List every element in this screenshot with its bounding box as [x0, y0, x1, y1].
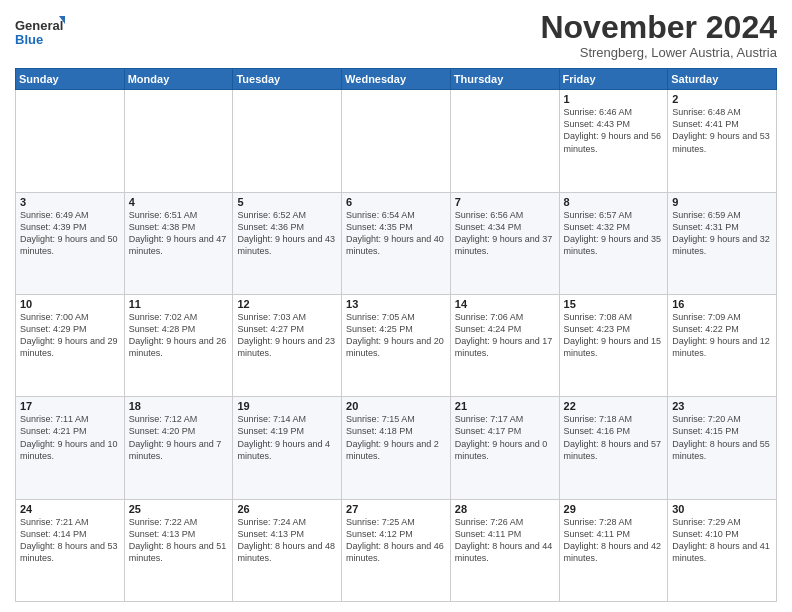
day-info: Sunrise: 7:02 AM Sunset: 4:28 PM Dayligh…	[129, 311, 229, 360]
calendar-cell	[342, 90, 451, 192]
day-info: Sunrise: 6:57 AM Sunset: 4:32 PM Dayligh…	[564, 209, 664, 258]
calendar-cell: 11Sunrise: 7:02 AM Sunset: 4:28 PM Dayli…	[124, 294, 233, 396]
calendar-cell: 24Sunrise: 7:21 AM Sunset: 4:14 PM Dayli…	[16, 499, 125, 601]
day-number: 21	[455, 400, 555, 412]
calendar-cell: 9Sunrise: 6:59 AM Sunset: 4:31 PM Daylig…	[668, 192, 777, 294]
day-info: Sunrise: 7:26 AM Sunset: 4:11 PM Dayligh…	[455, 516, 555, 565]
header-day: Wednesday	[342, 69, 451, 90]
calendar-cell: 10Sunrise: 7:00 AM Sunset: 4:29 PM Dayli…	[16, 294, 125, 396]
week-row: 3Sunrise: 6:49 AM Sunset: 4:39 PM Daylig…	[16, 192, 777, 294]
calendar-cell: 4Sunrise: 6:51 AM Sunset: 4:38 PM Daylig…	[124, 192, 233, 294]
day-number: 19	[237, 400, 337, 412]
title-block: November 2024 Strengberg, Lower Austria,…	[540, 10, 777, 60]
day-number: 22	[564, 400, 664, 412]
calendar-cell: 26Sunrise: 7:24 AM Sunset: 4:13 PM Dayli…	[233, 499, 342, 601]
day-info: Sunrise: 7:00 AM Sunset: 4:29 PM Dayligh…	[20, 311, 120, 360]
calendar-cell: 21Sunrise: 7:17 AM Sunset: 4:17 PM Dayli…	[450, 397, 559, 499]
day-info: Sunrise: 7:25 AM Sunset: 4:12 PM Dayligh…	[346, 516, 446, 565]
calendar-cell: 27Sunrise: 7:25 AM Sunset: 4:12 PM Dayli…	[342, 499, 451, 601]
day-info: Sunrise: 6:59 AM Sunset: 4:31 PM Dayligh…	[672, 209, 772, 258]
calendar-cell: 2Sunrise: 6:48 AM Sunset: 4:41 PM Daylig…	[668, 90, 777, 192]
day-number: 26	[237, 503, 337, 515]
header: General Blue November 2024 Strengberg, L…	[15, 10, 777, 60]
calendar-cell	[124, 90, 233, 192]
header-row: SundayMondayTuesdayWednesdayThursdayFrid…	[16, 69, 777, 90]
calendar-cell: 18Sunrise: 7:12 AM Sunset: 4:20 PM Dayli…	[124, 397, 233, 499]
calendar-cell: 17Sunrise: 7:11 AM Sunset: 4:21 PM Dayli…	[16, 397, 125, 499]
calendar-cell: 8Sunrise: 6:57 AM Sunset: 4:32 PM Daylig…	[559, 192, 668, 294]
day-info: Sunrise: 7:21 AM Sunset: 4:14 PM Dayligh…	[20, 516, 120, 565]
header-day: Friday	[559, 69, 668, 90]
day-number: 13	[346, 298, 446, 310]
day-info: Sunrise: 6:49 AM Sunset: 4:39 PM Dayligh…	[20, 209, 120, 258]
day-number: 2	[672, 93, 772, 105]
day-number: 7	[455, 196, 555, 208]
day-info: Sunrise: 7:12 AM Sunset: 4:20 PM Dayligh…	[129, 413, 229, 462]
day-number: 25	[129, 503, 229, 515]
day-info: Sunrise: 7:08 AM Sunset: 4:23 PM Dayligh…	[564, 311, 664, 360]
header-day: Thursday	[450, 69, 559, 90]
calendar-cell: 20Sunrise: 7:15 AM Sunset: 4:18 PM Dayli…	[342, 397, 451, 499]
calendar-cell: 23Sunrise: 7:20 AM Sunset: 4:15 PM Dayli…	[668, 397, 777, 499]
day-number: 8	[564, 196, 664, 208]
calendar-cell: 12Sunrise: 7:03 AM Sunset: 4:27 PM Dayli…	[233, 294, 342, 396]
day-number: 14	[455, 298, 555, 310]
day-info: Sunrise: 7:28 AM Sunset: 4:11 PM Dayligh…	[564, 516, 664, 565]
svg-text:General: General	[15, 18, 63, 33]
day-info: Sunrise: 7:15 AM Sunset: 4:18 PM Dayligh…	[346, 413, 446, 462]
calendar-cell: 15Sunrise: 7:08 AM Sunset: 4:23 PM Dayli…	[559, 294, 668, 396]
calendar-cell: 19Sunrise: 7:14 AM Sunset: 4:19 PM Dayli…	[233, 397, 342, 499]
day-info: Sunrise: 7:09 AM Sunset: 4:22 PM Dayligh…	[672, 311, 772, 360]
day-info: Sunrise: 6:56 AM Sunset: 4:34 PM Dayligh…	[455, 209, 555, 258]
header-day: Tuesday	[233, 69, 342, 90]
day-number: 23	[672, 400, 772, 412]
day-info: Sunrise: 6:51 AM Sunset: 4:38 PM Dayligh…	[129, 209, 229, 258]
header-day: Sunday	[16, 69, 125, 90]
day-number: 28	[455, 503, 555, 515]
calendar: SundayMondayTuesdayWednesdayThursdayFrid…	[15, 68, 777, 602]
calendar-cell: 1Sunrise: 6:46 AM Sunset: 4:43 PM Daylig…	[559, 90, 668, 192]
day-number: 30	[672, 503, 772, 515]
day-info: Sunrise: 7:29 AM Sunset: 4:10 PM Dayligh…	[672, 516, 772, 565]
day-number: 16	[672, 298, 772, 310]
day-info: Sunrise: 7:17 AM Sunset: 4:17 PM Dayligh…	[455, 413, 555, 462]
page: General Blue November 2024 Strengberg, L…	[0, 0, 792, 612]
week-row: 17Sunrise: 7:11 AM Sunset: 4:21 PM Dayli…	[16, 397, 777, 499]
day-number: 10	[20, 298, 120, 310]
calendar-cell: 13Sunrise: 7:05 AM Sunset: 4:25 PM Dayli…	[342, 294, 451, 396]
calendar-cell: 3Sunrise: 6:49 AM Sunset: 4:39 PM Daylig…	[16, 192, 125, 294]
calendar-cell	[233, 90, 342, 192]
calendar-cell: 22Sunrise: 7:18 AM Sunset: 4:16 PM Dayli…	[559, 397, 668, 499]
week-row: 24Sunrise: 7:21 AM Sunset: 4:14 PM Dayli…	[16, 499, 777, 601]
day-number: 9	[672, 196, 772, 208]
day-info: Sunrise: 7:05 AM Sunset: 4:25 PM Dayligh…	[346, 311, 446, 360]
day-info: Sunrise: 6:48 AM Sunset: 4:41 PM Dayligh…	[672, 106, 772, 155]
calendar-cell: 28Sunrise: 7:26 AM Sunset: 4:11 PM Dayli…	[450, 499, 559, 601]
day-info: Sunrise: 7:14 AM Sunset: 4:19 PM Dayligh…	[237, 413, 337, 462]
calendar-cell: 29Sunrise: 7:28 AM Sunset: 4:11 PM Dayli…	[559, 499, 668, 601]
subtitle: Strengberg, Lower Austria, Austria	[540, 45, 777, 60]
svg-text:Blue: Blue	[15, 32, 43, 47]
calendar-cell: 7Sunrise: 6:56 AM Sunset: 4:34 PM Daylig…	[450, 192, 559, 294]
day-number: 12	[237, 298, 337, 310]
day-info: Sunrise: 6:52 AM Sunset: 4:36 PM Dayligh…	[237, 209, 337, 258]
day-info: Sunrise: 7:06 AM Sunset: 4:24 PM Dayligh…	[455, 311, 555, 360]
week-row: 10Sunrise: 7:00 AM Sunset: 4:29 PM Dayli…	[16, 294, 777, 396]
day-number: 27	[346, 503, 446, 515]
day-info: Sunrise: 6:46 AM Sunset: 4:43 PM Dayligh…	[564, 106, 664, 155]
header-day: Monday	[124, 69, 233, 90]
day-number: 29	[564, 503, 664, 515]
day-info: Sunrise: 7:22 AM Sunset: 4:13 PM Dayligh…	[129, 516, 229, 565]
day-info: Sunrise: 7:18 AM Sunset: 4:16 PM Dayligh…	[564, 413, 664, 462]
day-info: Sunrise: 7:11 AM Sunset: 4:21 PM Dayligh…	[20, 413, 120, 462]
logo-svg: General Blue	[15, 14, 65, 50]
day-info: Sunrise: 7:03 AM Sunset: 4:27 PM Dayligh…	[237, 311, 337, 360]
day-number: 5	[237, 196, 337, 208]
calendar-cell: 6Sunrise: 6:54 AM Sunset: 4:35 PM Daylig…	[342, 192, 451, 294]
calendar-cell: 25Sunrise: 7:22 AM Sunset: 4:13 PM Dayli…	[124, 499, 233, 601]
day-number: 3	[20, 196, 120, 208]
calendar-cell: 30Sunrise: 7:29 AM Sunset: 4:10 PM Dayli…	[668, 499, 777, 601]
day-number: 4	[129, 196, 229, 208]
day-info: Sunrise: 7:20 AM Sunset: 4:15 PM Dayligh…	[672, 413, 772, 462]
calendar-cell: 16Sunrise: 7:09 AM Sunset: 4:22 PM Dayli…	[668, 294, 777, 396]
